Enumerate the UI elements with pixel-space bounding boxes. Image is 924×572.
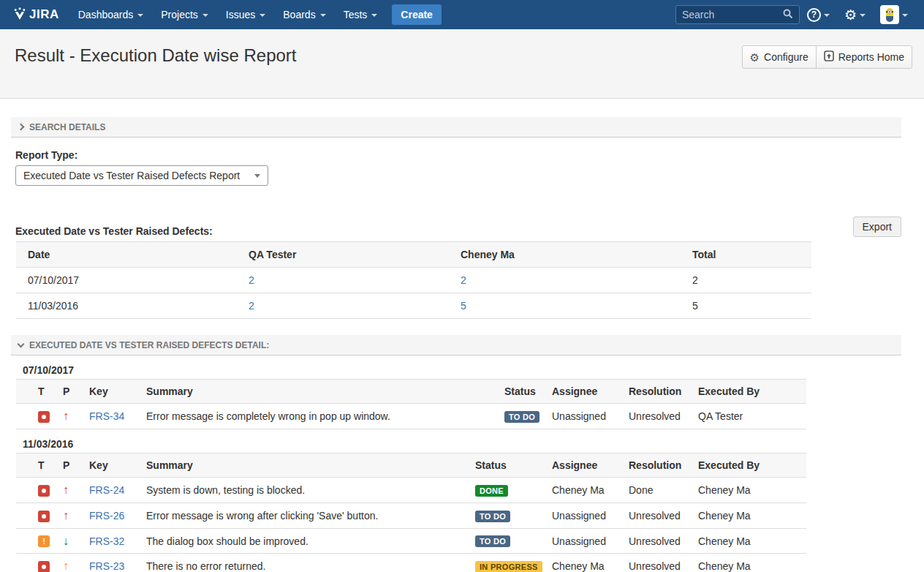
resolution-cell: Done (623, 478, 692, 503)
detail-column-header: Key (83, 454, 140, 478)
issue-key-link[interactable]: FRS-32 (89, 535, 124, 547)
summary-table-body: 07/10/201722211/03/2016255 (16, 268, 811, 319)
detail-column-header: Executed By (692, 454, 806, 478)
detail-row: ↑FRS-24System is down, testing is blocke… (16, 478, 806, 503)
nav-item-projects[interactable]: Projects (152, 0, 217, 29)
summary-total-cell: 5 (686, 293, 811, 319)
report-doc-icon (824, 50, 834, 64)
status-badge: TO DO (475, 535, 510, 547)
assignee-cell: Unassigned (546, 503, 623, 529)
assignee-cell: Unassigned (546, 404, 623, 429)
detail-column-header: Executed By (692, 380, 806, 404)
priority-cell: ↑ (57, 404, 83, 429)
improvement-icon: ! (38, 535, 50, 547)
export-button[interactable]: Export (853, 217, 901, 237)
help-icon: ? (807, 8, 821, 22)
summary-column-header: Total (686, 242, 811, 268)
issue-type-cell (16, 478, 57, 503)
page-title: Result - Execution Date wise Report (15, 45, 297, 66)
defect-count-link[interactable]: 5 (461, 300, 466, 312)
assignee-cell: Unassigned (546, 529, 623, 554)
nav-item-label: Dashboards (78, 9, 134, 20)
jira-logo[interactable]: JIRA (13, 7, 59, 23)
admin-menu[interactable]: ⚙ (837, 8, 873, 22)
chevron-down-icon (260, 14, 265, 17)
defect-count-link[interactable]: 2 (249, 300, 254, 312)
resolution-cell: Unresolved (623, 503, 692, 529)
issue-key-link[interactable]: FRS-23 (89, 560, 124, 572)
issue-key-link[interactable]: FRS-26 (89, 510, 124, 522)
assignee-cell: Cheney Ma (546, 478, 623, 503)
priority-cell: ↑ (57, 554, 83, 572)
gear-icon: ⚙ (844, 8, 857, 22)
priority-down-arrow-icon: ↓ (63, 535, 69, 547)
executed-by-cell: Cheney Ma (692, 554, 806, 572)
summary-count-cell: 2 (243, 268, 455, 293)
summary-cell: The dialog box should be improved. (140, 529, 469, 554)
issue-type-cell (16, 503, 57, 529)
executed-by-cell: Cheney Ma (692, 503, 806, 529)
summary-date-cell: 11/03/2016 (16, 293, 243, 319)
search-details-toggle[interactable]: SEARCH DETAILS (11, 117, 901, 138)
issue-key-link[interactable]: FRS-24 (89, 484, 124, 496)
detail-row: ↑FRS-26Error message is wrong after clic… (16, 503, 806, 529)
defect-count-link[interactable]: 2 (249, 274, 254, 286)
nav-item-label: Boards (283, 9, 315, 20)
summary-column-header: Date (16, 242, 243, 268)
status-cell: TO DO (469, 503, 546, 529)
configure-button[interactable]: ⚙ Configure (742, 45, 817, 69)
bug-dot (42, 514, 46, 519)
nav-item-dashboards[interactable]: Dashboards (69, 0, 153, 29)
nav-item-issues[interactable]: Issues (217, 0, 274, 29)
nav-item-label: Tests (344, 9, 368, 20)
bug-icon (38, 411, 50, 423)
detail-table: TPKeySummaryStatusAssigneeResolutionExec… (16, 379, 806, 429)
report-type-selected-value: Executed Date vs Tester Raised Defects R… (23, 170, 240, 181)
content-area: SEARCH DETAILS Report Type: Executed Dat… (11, 117, 901, 572)
priority-cell: ↑ (57, 503, 83, 529)
issue-key-cell: FRS-26 (83, 503, 140, 529)
summary-table: DateQA TesterCheney MaTotal 07/10/201722… (16, 241, 811, 319)
chevron-down-icon (824, 14, 830, 17)
summary-table-heading: Executed Date vs Tester Raised Defects: (11, 225, 213, 237)
detail-column-header: T (16, 380, 57, 404)
summary-column-header: Cheney Ma (455, 242, 686, 268)
detail-section-toggle[interactable]: EXECUTED DATE VS TESTER RAISED DEFECTS D… (11, 335, 901, 355)
chevron-down-icon (320, 14, 326, 17)
summary-cell: Error message is completely wrong in pop… (140, 404, 499, 429)
detail-groups: 07/10/2017TPKeySummaryStatusAssigneeReso… (11, 364, 901, 572)
issue-key-cell: FRS-34 (83, 404, 140, 429)
priority-up-arrow-icon: ↑ (63, 509, 69, 522)
chevron-down-icon (902, 14, 908, 17)
detail-header-row: TPKeySummaryStatusAssigneeResolutionExec… (16, 454, 806, 478)
nav-item-boards[interactable]: Boards (274, 0, 334, 29)
resolution-cell: Unresolved (623, 404, 692, 429)
report-type-label: Report Type: (15, 149, 901, 161)
nav-item-tests[interactable]: Tests (335, 0, 387, 29)
create-button[interactable]: Create (392, 4, 442, 25)
chevron-down-icon (202, 14, 208, 17)
status-badge: DONE (475, 485, 508, 497)
resolution-cell: Unresolved (623, 529, 692, 554)
chevron-down-icon (860, 14, 866, 17)
quick-search[interactable] (675, 5, 800, 24)
issue-key-cell: FRS-32 (83, 529, 140, 554)
configure-button-label: Configure (764, 51, 808, 63)
issue-type-cell (16, 404, 57, 429)
help-menu[interactable]: ? (800, 8, 837, 22)
priority-up-arrow-icon: ↑ (63, 560, 69, 572)
summary-cell: There is no error returned. (140, 554, 469, 572)
resolution-cell: Unresolved (623, 554, 692, 572)
status-badge: TO DO (504, 411, 539, 423)
reports-home-button[interactable]: Reports Home (816, 45, 912, 69)
priority-up-arrow-icon: ↑ (63, 410, 69, 422)
status-cell: DONE (469, 478, 546, 503)
defect-count-link[interactable]: 2 (461, 274, 466, 286)
report-type-select[interactable]: Executed Date vs Tester Raised Defects R… (15, 165, 268, 186)
summary-count-cell: 5 (455, 293, 686, 319)
user-menu[interactable] (873, 5, 915, 24)
issue-key-link[interactable]: FRS-34 (89, 410, 124, 422)
issue-type-cell: ! (16, 529, 57, 554)
search-input[interactable] (682, 9, 783, 20)
status-badge: IN PROGRESS (475, 561, 542, 572)
